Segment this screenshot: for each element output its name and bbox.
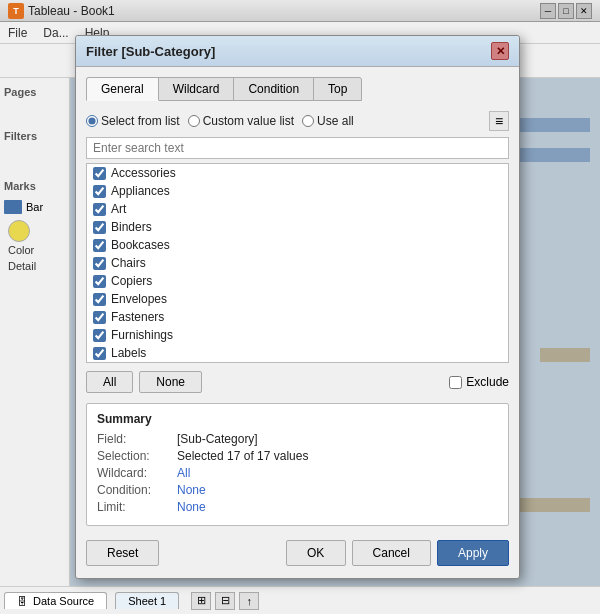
summary-selection-row: Selection: Selected 17 of 17 values (97, 449, 498, 463)
bar-label: Bar (26, 201, 43, 213)
checkbox-appliances[interactable] (93, 185, 106, 198)
summary-condition-label: Condition: (97, 483, 177, 497)
status-sheet1-tab[interactable]: Sheet 1 (115, 592, 179, 609)
radio-custom-label[interactable]: Custom value list (188, 114, 294, 128)
radio-custom-text: Custom value list (203, 114, 294, 128)
checkbox-furnishings[interactable] (93, 329, 106, 342)
dialog-title: Filter [Sub-Category] (86, 44, 215, 59)
summary-limit-value[interactable]: None (177, 500, 206, 514)
color-icon (8, 220, 30, 242)
cancel-button[interactable]: Cancel (352, 540, 431, 566)
item-label-binders: Binders (111, 220, 152, 234)
reset-button[interactable]: Reset (86, 540, 159, 566)
dialog-footer: Reset OK Cancel Apply (86, 536, 509, 568)
bar-chart-icon (4, 200, 22, 214)
tab-wildcard[interactable]: Wildcard (158, 77, 235, 101)
menu-file[interactable]: File (8, 26, 27, 40)
window-controls[interactable]: ─ □ ✕ (540, 3, 592, 19)
list-item[interactable]: Copiers (87, 272, 508, 290)
checkbox-envelopes[interactable] (93, 293, 106, 306)
menu-data[interactable]: Da... (43, 26, 68, 40)
radio-row: Select from list Custom value list Use a… (86, 111, 509, 131)
radio-from-list[interactable] (86, 115, 98, 127)
filter-dialog: Filter [Sub-Category] ✕ General Wildcard… (75, 35, 520, 579)
checkbox-binders[interactable] (93, 221, 106, 234)
item-label-appliances: Appliances (111, 184, 170, 198)
new-sheet-button[interactable]: ⊞ (191, 592, 211, 610)
radio-use-all-label[interactable]: Use all (302, 114, 354, 128)
list-item[interactable]: Art (87, 200, 508, 218)
checkbox-labels[interactable] (93, 347, 106, 360)
marks-section-label: Marks (4, 180, 65, 192)
dialog-close-button[interactable]: ✕ (491, 42, 509, 60)
sheet-action-buttons: ⊞ ⊟ ↑ (191, 592, 259, 610)
list-item[interactable]: Envelopes (87, 290, 508, 308)
radio-custom[interactable] (188, 115, 200, 127)
sheet1-label: Sheet 1 (128, 595, 166, 607)
summary-limit-label: Limit: (97, 500, 177, 514)
all-button[interactable]: All (86, 371, 133, 393)
left-sidebar: Pages Filters Marks Bar Color Detail (0, 78, 70, 586)
status-datasource-tab[interactable]: 🗄 Data Source (4, 592, 107, 609)
dialog-body: General Wildcard Condition Top Select fr… (76, 67, 519, 578)
list-item[interactable]: Fasteners (87, 308, 508, 326)
list-item[interactable]: Accessories (87, 164, 508, 182)
summary-condition-value[interactable]: None (177, 483, 206, 497)
detail-label: Detail (8, 260, 36, 272)
status-bar: 🗄 Data Source Sheet 1 ⊞ ⊟ ↑ (0, 586, 600, 614)
list-item[interactable]: Labels (87, 344, 508, 362)
checkbox-bookcases[interactable] (93, 239, 106, 252)
summary-field-label: Field: (97, 432, 177, 446)
datasource-label: Data Source (33, 595, 94, 607)
exclude-checkbox[interactable] (449, 376, 462, 389)
maximize-button[interactable]: □ (558, 3, 574, 19)
item-label-chairs: Chairs (111, 256, 146, 270)
app-icon: T (8, 3, 24, 19)
summary-condition-row: Condition: None (97, 483, 498, 497)
summary-wildcard-value[interactable]: All (177, 466, 190, 480)
list-item[interactable]: Furnishings (87, 326, 508, 344)
radio-from-list-label[interactable]: Select from list (86, 114, 180, 128)
items-list[interactable]: Accessories Appliances Art Binders Bookc… (86, 163, 509, 363)
list-item[interactable]: Appliances (87, 182, 508, 200)
exclude-row: Exclude (449, 375, 509, 389)
close-button[interactable]: ✕ (576, 3, 592, 19)
summary-wildcard-label: Wildcard: (97, 466, 177, 480)
tab-general[interactable]: General (86, 77, 159, 101)
search-input[interactable] (86, 137, 509, 159)
checkbox-fasteners[interactable] (93, 311, 106, 324)
summary-field-row: Field: [Sub-Category] (97, 432, 498, 446)
tab-condition[interactable]: Condition (233, 77, 314, 101)
list-item[interactable]: Binders (87, 218, 508, 236)
checkbox-chairs[interactable] (93, 257, 106, 270)
radio-use-all[interactable] (302, 115, 314, 127)
checkbox-copiers[interactable] (93, 275, 106, 288)
summary-wildcard-row: Wildcard: All (97, 466, 498, 480)
window-title: Tableau - Book1 (28, 4, 540, 18)
checkbox-art[interactable] (93, 203, 106, 216)
filters-section-label: Filters (4, 130, 65, 142)
summary-field-value: [Sub-Category] (177, 432, 258, 446)
new-dashboard-button[interactable]: ⊟ (215, 592, 235, 610)
color-sidebar-item[interactable]: Color (4, 218, 65, 258)
checkbox-accessories[interactable] (93, 167, 106, 180)
item-label-fasteners: Fasteners (111, 310, 164, 324)
tab-top[interactable]: Top (313, 77, 362, 101)
item-label-labels: Labels (111, 346, 146, 360)
item-label-envelopes: Envelopes (111, 292, 167, 306)
new-story-button[interactable]: ↑ (239, 592, 259, 610)
detail-sidebar-item[interactable]: Detail (4, 258, 65, 274)
ok-button[interactable]: OK (286, 540, 346, 566)
list-options-button[interactable]: ≡ (489, 111, 509, 131)
summary-box: Summary Field: [Sub-Category] Selection:… (86, 403, 509, 526)
minimize-button[interactable]: ─ (540, 3, 556, 19)
summary-selection-label: Selection: (97, 449, 177, 463)
datasource-icon: 🗄 (17, 596, 27, 607)
apply-button[interactable]: Apply (437, 540, 509, 566)
radio-use-all-text: Use all (317, 114, 354, 128)
item-label-art: Art (111, 202, 126, 216)
item-label-copiers: Copiers (111, 274, 152, 288)
list-item[interactable]: Bookcases (87, 236, 508, 254)
none-button[interactable]: None (139, 371, 202, 393)
list-item[interactable]: Chairs (87, 254, 508, 272)
